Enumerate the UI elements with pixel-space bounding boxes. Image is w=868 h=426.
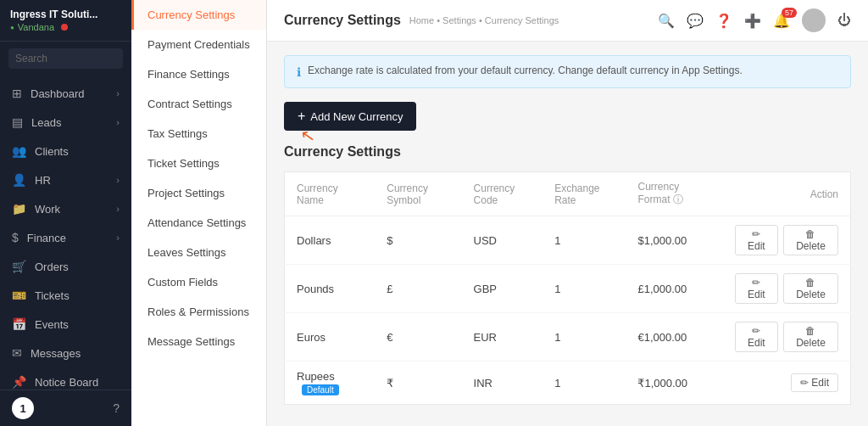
sidebar-item-hr[interactable]: 👤HR ›	[0, 165, 131, 194]
sidebar-label-finance: Finance	[27, 232, 66, 244]
main-content: Currency Settings Home • Settings • Curr…	[267, 0, 868, 426]
help-icon[interactable]: ?	[113, 401, 120, 415]
chevron-icon: ›	[116, 233, 120, 243]
currency-symbol: $	[375, 216, 461, 265]
app-name: Ingress IT Soluti...	[10, 8, 121, 20]
sidebar-label-messages: Messages	[31, 347, 81, 360]
col-header-symbol: Currency Symbol	[375, 172, 461, 216]
sidebar-label-work: Work	[35, 203, 60, 216]
chevron-icon: ›	[116, 117, 120, 127]
avatar[interactable]	[802, 8, 826, 32]
add-new-currency-button[interactable]: Add New Currency ↖	[284, 102, 416, 131]
edit-button[interactable]: ✏ Edit	[735, 322, 778, 352]
sidebar-item-finance[interactable]: $Finance ›	[0, 223, 131, 252]
chevron-icon: ›	[116, 204, 120, 214]
table-row: Euros € EUR 1 €1,000.00 ✏ Edit 🗑 Delete	[285, 313, 851, 362]
action-buttons: ✏ Edit 🗑 Delete	[735, 273, 838, 304]
currency-format: €1,000.00	[626, 313, 722, 362]
action-buttons: ✏ Edit 🗑 Delete	[735, 225, 838, 255]
edit-button[interactable]: ✏ Edit	[735, 273, 778, 304]
sidebar-item-notice-board[interactable]: 📌Notice Board	[0, 367, 131, 390]
user-name: Vandana	[10, 22, 121, 32]
settings-nav-leaves-settings[interactable]: Leaves Settings	[131, 238, 266, 267]
info-banner: ℹ Exchange rate is calculated from your …	[284, 55, 851, 88]
chat-icon[interactable]: 💬	[687, 13, 704, 29]
settings-nav-message-settings[interactable]: Message Settings	[131, 327, 266, 356]
currency-format: $1,000.00	[626, 216, 722, 265]
add-button-label: Add New Currency	[310, 110, 403, 123]
settings-nav-project-settings[interactable]: Project Settings	[131, 178, 266, 208]
table-row: Pounds £ GBP 1 £1,000.00 ✏ Edit 🗑 Delete	[285, 265, 851, 313]
status-dot	[61, 24, 68, 31]
search-icon[interactable]: 🔍	[658, 13, 675, 29]
currency-symbol: ₹	[375, 362, 461, 405]
delete-button[interactable]: 🗑 Delete	[783, 322, 838, 352]
edit-button[interactable]: ✏ Edit	[735, 225, 778, 255]
sidebar-item-tickets[interactable]: 🎫Tickets	[0, 281, 131, 310]
currency-code: GBP	[462, 265, 543, 313]
sidebar-label-notice: Notice Board	[35, 376, 98, 389]
sidebar-item-messages[interactable]: ✉Messages	[0, 339, 131, 367]
settings-nav-roles-permissions[interactable]: Roles & Permissions	[131, 297, 266, 327]
settings-nav-currency-settings[interactable]: Currency Settings	[131, 0, 266, 30]
currency-name: Dollars	[285, 216, 376, 265]
delete-button[interactable]: 🗑 Delete	[783, 273, 838, 304]
finance-icon: $	[12, 231, 19, 244]
sidebar-label-tickets: Tickets	[35, 289, 70, 302]
sidebar-item-work[interactable]: 📁Work ›	[0, 194, 131, 223]
table-row: Rupees Default ₹ INR 1 ₹1,000.00 ✏ Edit	[285, 362, 851, 405]
sidebar-nav: ⊞Dashboard › ▤Leads › 👥Clients 👤HR › 📁Wo…	[0, 76, 131, 390]
sidebar-label-clients: Clients	[35, 145, 69, 158]
settings-nav-tax-settings[interactable]: Tax Settings	[131, 119, 266, 149]
settings-nav-ticket-settings[interactable]: Ticket Settings	[131, 149, 266, 178]
add-icon[interactable]: ➕	[744, 13, 761, 29]
col-header-rate: Exchange Rate	[542, 172, 626, 216]
settings-nav-finance-settings[interactable]: Finance Settings	[131, 59, 266, 89]
exchange-rate: 1	[542, 265, 626, 313]
sidebar-item-events[interactable]: 📅Events	[0, 310, 131, 339]
content-area: ℹ Exchange rate is calculated from your …	[267, 42, 868, 426]
app-header: Ingress IT Soluti... Vandana	[0, 0, 131, 42]
sidebar-item-leads[interactable]: ▤Leads ›	[0, 108, 131, 137]
currency-name: Pounds	[285, 265, 376, 313]
col-header-code: Currency Code	[462, 172, 543, 216]
dashboard-icon: ⊞	[12, 87, 22, 100]
top-header: Currency Settings Home • Settings • Curr…	[267, 0, 868, 42]
default-badge: Default	[302, 384, 339, 395]
settings-nav-attendance-settings[interactable]: Attendance Settings	[131, 208, 266, 238]
currency-table: Currency Name Currency Symbol Currency C…	[284, 171, 851, 405]
search-input[interactable]	[8, 48, 123, 69]
hr-icon: 👤	[12, 173, 26, 187]
col-header-format: Currency Format ⓘ	[626, 172, 722, 216]
settings-nav-payment-credentials[interactable]: Payment Credentials	[131, 30, 266, 59]
settings-nav-contract-settings[interactable]: Contract Settings	[131, 89, 266, 119]
notification-badge: 57	[782, 8, 797, 18]
power-icon[interactable]: ⏻	[837, 13, 851, 28]
edit-button[interactable]: ✏ Edit	[791, 373, 838, 392]
sidebar-label-orders: Orders	[35, 261, 69, 273]
col-header-name: Currency Name	[285, 172, 376, 216]
sidebar-item-clients[interactable]: 👥Clients	[0, 137, 131, 165]
leads-icon: ▤	[12, 115, 23, 129]
chevron-icon: ›	[116, 88, 120, 98]
sidebar-label-dashboard: Dashboard	[31, 87, 85, 100]
table-row: Dollars $ USD 1 $1,000.00 ✏ Edit 🗑 Delet…	[285, 216, 851, 265]
currency-format: £1,000.00	[626, 265, 722, 313]
sidebar-label-leads: Leads	[31, 116, 61, 129]
settings-nav-custom-fields[interactable]: Custom Fields	[131, 267, 266, 297]
breadcrumb: Home • Settings • Currency Settings	[409, 15, 559, 25]
delete-button[interactable]: 🗑 Delete	[783, 225, 838, 255]
header-left: Currency Settings Home • Settings • Curr…	[284, 13, 559, 28]
help-question-icon[interactable]: ❓	[715, 13, 732, 29]
sidebar-item-orders[interactable]: 🛒Orders	[0, 252, 131, 281]
sidebar: Ingress IT Soluti... Vandana ⊞Dashboard …	[0, 0, 131, 426]
work-icon: 📁	[12, 202, 26, 216]
sidebar-label-hr: HR	[35, 174, 51, 187]
cursor-indicator: ↖	[299, 125, 317, 148]
action-cell: ✏ Edit 🗑 Delete	[723, 265, 851, 313]
action-buttons: ✏ Edit 🗑 Delete	[735, 322, 838, 352]
currency-symbol: £	[375, 265, 461, 313]
notification-icon[interactable]: 🔔 57	[773, 13, 790, 29]
exchange-rate: 1	[542, 313, 626, 362]
sidebar-item-dashboard[interactable]: ⊞Dashboard ›	[0, 79, 131, 108]
